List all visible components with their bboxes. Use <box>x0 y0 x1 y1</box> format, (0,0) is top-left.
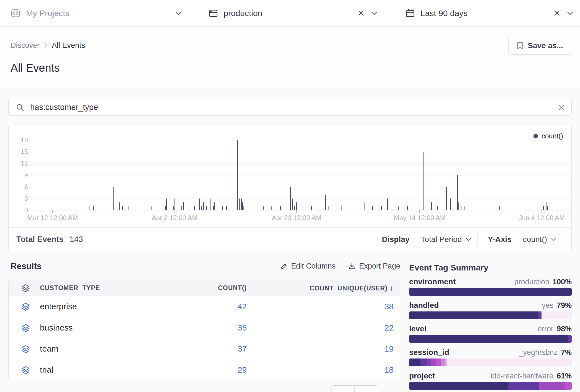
legend-item-count[interactable]: count() <box>533 132 563 140</box>
cell-count-unique-link[interactable]: 38 <box>310 296 394 317</box>
display-dropdown[interactable]: Total Period <box>414 232 478 247</box>
tag-bar-segment <box>441 359 445 366</box>
window-icon <box>209 9 218 18</box>
cell-customer-type: business <box>40 317 73 338</box>
chart-bar <box>290 187 291 210</box>
stack-icon <box>22 324 30 332</box>
chart-bar <box>129 206 129 210</box>
cell-count-link[interactable]: 37 <box>164 338 247 359</box>
date-filter[interactable]: Last 90 days <box>390 0 580 26</box>
chart-bar <box>407 206 408 210</box>
tag-key: session_id <box>409 348 449 357</box>
y-axis-label: 12 <box>11 160 28 167</box>
chart-bar <box>93 206 94 210</box>
project-filter[interactable]: My Projects <box>0 0 193 26</box>
chart-bar <box>461 206 461 210</box>
cell-count-unique-link[interactable]: 18 <box>310 359 394 380</box>
event-chart[interactable]: count() Total Events 143 Display Total P… <box>8 125 572 251</box>
column-header-count-unique-label: COUNT_UNIQUE(USER) <box>310 285 387 292</box>
total-events-label: Total Events <box>16 235 63 244</box>
chevron-down-icon[interactable] <box>371 12 377 15</box>
chart-bar <box>213 206 214 210</box>
chart-bar <box>437 206 438 210</box>
chart-bar <box>174 198 175 210</box>
clear-environment-icon[interactable] <box>358 11 364 16</box>
pencil-icon <box>280 262 288 270</box>
tag-distribution-bar[interactable] <box>409 382 572 390</box>
breadcrumb: Discover All Events <box>11 41 85 50</box>
cell-count-link[interactable]: 42 <box>164 296 247 317</box>
x-axis-label: Mar 12 12:00 AM <box>19 214 86 222</box>
chart-bar <box>226 206 227 210</box>
tag-distribution-bar[interactable] <box>409 335 572 343</box>
chart-bar <box>242 202 243 210</box>
chart-bar <box>499 206 500 210</box>
chart-bar <box>214 202 215 210</box>
next-page-button[interactable]: › <box>355 385 378 392</box>
previous-page-button[interactable]: ‹ <box>331 385 355 392</box>
display-dropdown-value: Total Period <box>421 235 462 244</box>
tag-bar-segment <box>445 359 447 366</box>
tag-summary-item: environmentproduction100% <box>409 277 572 286</box>
tag-top-value: production <box>514 278 549 286</box>
page-title: All Events <box>11 62 60 74</box>
x-axis-label: Apr 2 12:00 AM <box>142 214 208 222</box>
tag-top-value: ido-react-hardware <box>491 372 553 380</box>
tag-bar-segment <box>427 359 431 366</box>
chevron-down-icon[interactable] <box>567 12 573 15</box>
x-axis-label: Jun 4 12:00 AM <box>509 214 575 222</box>
results-table-header: CUSTOMER_TYPE COUNT() COUNT_UNIQUE(USER)… <box>9 280 400 296</box>
chart-bar <box>263 206 264 210</box>
chart-bar <box>243 206 244 210</box>
export-page-button[interactable]: Export Page <box>348 262 400 270</box>
project-filter-label: My Projects <box>26 9 70 18</box>
tag-bar-segment <box>409 382 508 390</box>
chart-bar <box>206 206 207 210</box>
chart-bar <box>113 187 114 210</box>
tag-distribution-bar[interactable] <box>409 359 572 366</box>
chart-bar <box>203 202 204 210</box>
chart-bar <box>239 198 240 210</box>
chart-bar <box>119 202 120 210</box>
chart-bar <box>241 198 242 210</box>
environment-filter[interactable]: production <box>193 0 390 26</box>
chart-footer: Total Events 143 Display Total Period Y-… <box>9 227 571 251</box>
column-header-count[interactable]: COUNT() <box>164 280 247 296</box>
chevron-down-icon <box>551 238 556 241</box>
calendar-icon <box>406 9 415 18</box>
cell-count-unique-link[interactable]: 22 <box>310 317 394 338</box>
tag-key: environment <box>409 277 456 286</box>
stack-icon <box>22 345 30 353</box>
tag-percentage: 7% <box>561 348 572 357</box>
cell-count-unique-link[interactable]: 19 <box>310 338 394 359</box>
yaxis-dropdown[interactable]: count() <box>516 232 563 247</box>
clear-search-icon[interactable] <box>559 105 564 110</box>
search-input[interactable] <box>30 103 553 112</box>
tag-distribution-bar[interactable] <box>409 311 572 319</box>
save-as-button[interactable]: Save as... <box>508 37 571 55</box>
tag-bar-segment <box>409 359 420 366</box>
column-header-count-unique[interactable]: COUNT_UNIQUE(USER)↓ <box>286 280 394 296</box>
tag-label-row: projectido-react-hardware61% <box>409 372 572 380</box>
tag-distribution-bar[interactable] <box>409 288 572 296</box>
edit-columns-button[interactable]: Edit Columns <box>280 262 336 270</box>
chevron-down-icon[interactable] <box>176 11 182 15</box>
stack-icon <box>22 284 30 292</box>
column-header-customer-type[interactable]: CUSTOMER_TYPE <box>40 280 100 296</box>
page-header: Discover All Events Save as... All Event… <box>0 27 580 88</box>
breadcrumb-discover[interactable]: Discover <box>11 41 40 50</box>
cell-count-link[interactable]: 29 <box>164 359 247 380</box>
tag-bar-segment <box>436 359 441 366</box>
tag-bar-segment <box>539 382 565 390</box>
legend-label: count() <box>541 132 563 140</box>
clear-date-icon[interactable] <box>554 11 560 16</box>
environment-filter-label: production <box>224 9 262 18</box>
tag-summary-item: handledyes79% <box>409 301 572 310</box>
tag-label-row: handledyes79% <box>409 301 572 310</box>
cell-customer-type: team <box>40 338 58 359</box>
sort-desc-icon: ↓ <box>390 284 394 292</box>
edit-columns-label: Edit Columns <box>291 262 336 270</box>
date-filter-label: Last 90 days <box>420 9 468 18</box>
tag-label-row: session_id_yeghrsbnz7% <box>409 348 572 357</box>
cell-count-link[interactable]: 35 <box>164 317 247 338</box>
